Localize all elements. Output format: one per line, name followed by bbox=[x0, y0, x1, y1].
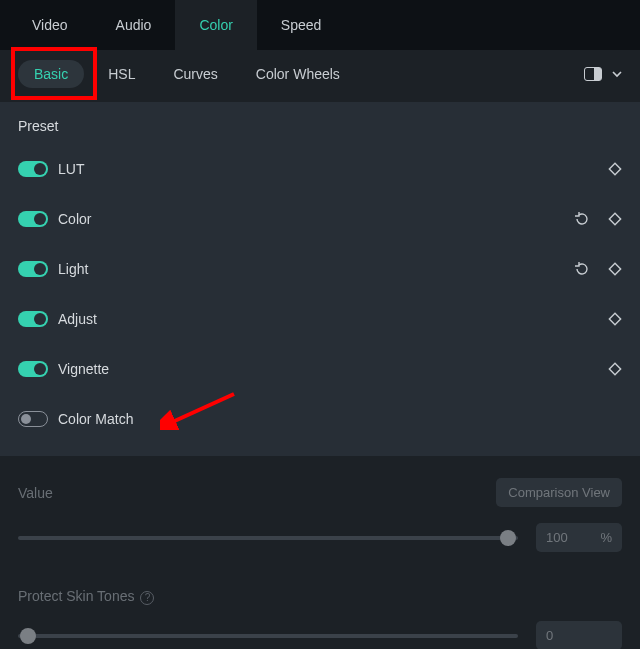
row-color: Color bbox=[18, 204, 622, 234]
toggle-adjust[interactable] bbox=[18, 311, 48, 327]
keyframe-icon[interactable] bbox=[608, 212, 622, 226]
sub-tab-bar: Basic HSL Curves Color Wheels bbox=[0, 50, 640, 98]
reset-icon[interactable] bbox=[574, 211, 590, 227]
row-light: Light bbox=[18, 254, 622, 284]
svg-rect-0 bbox=[609, 163, 620, 174]
lower-section: Value Comparison View 100 % Protect Skin… bbox=[0, 456, 640, 649]
toggle-light[interactable] bbox=[18, 261, 48, 277]
toggle-color[interactable] bbox=[18, 211, 48, 227]
comparison-view-button[interactable]: Comparison View bbox=[496, 478, 622, 507]
value-slider[interactable] bbox=[18, 536, 518, 540]
row-lut: LUT bbox=[18, 154, 622, 184]
tab-speed[interactable]: Speed bbox=[257, 0, 345, 50]
value-label: Value bbox=[18, 485, 53, 501]
slider-thumb[interactable] bbox=[20, 628, 36, 644]
toggle-color-match[interactable] bbox=[18, 411, 48, 427]
sub-tab-color-wheels[interactable]: Color Wheels bbox=[256, 66, 340, 82]
main-tab-bar: Video Audio Color Speed bbox=[0, 0, 640, 50]
svg-rect-2 bbox=[609, 263, 620, 274]
row-color-match: Color Match bbox=[18, 404, 622, 434]
toggle-lut[interactable] bbox=[18, 161, 48, 177]
protect-number: 0 bbox=[546, 628, 553, 643]
tab-color[interactable]: Color bbox=[175, 0, 256, 50]
basic-panel: Preset LUT Color Light bbox=[0, 102, 640, 456]
label-color-row: Color bbox=[58, 211, 91, 227]
protect-number-box[interactable]: 0 bbox=[536, 621, 622, 649]
value-number-box[interactable]: 100 % bbox=[536, 523, 622, 552]
label-vignette: Vignette bbox=[58, 361, 109, 377]
compare-view-icon[interactable] bbox=[584, 67, 602, 81]
keyframe-icon[interactable] bbox=[608, 262, 622, 276]
row-vignette: Vignette bbox=[18, 354, 622, 384]
sub-tab-basic[interactable]: Basic bbox=[18, 60, 84, 88]
protect-skin-label: Protect Skin Tones? bbox=[18, 588, 154, 605]
svg-rect-3 bbox=[609, 313, 620, 324]
svg-rect-4 bbox=[609, 363, 620, 374]
keyframe-icon[interactable] bbox=[608, 162, 622, 176]
value-unit: % bbox=[600, 530, 612, 545]
preset-label: Preset bbox=[18, 118, 622, 134]
help-icon[interactable]: ? bbox=[140, 591, 154, 605]
row-adjust: Adjust bbox=[18, 304, 622, 334]
protect-slider[interactable] bbox=[18, 634, 518, 638]
value-number: 100 bbox=[546, 530, 568, 545]
sub-tab-curves[interactable]: Curves bbox=[173, 66, 217, 82]
keyframe-icon[interactable] bbox=[608, 362, 622, 376]
chevron-down-icon[interactable] bbox=[612, 69, 622, 79]
label-lut: LUT bbox=[58, 161, 84, 177]
slider-thumb[interactable] bbox=[500, 530, 516, 546]
keyframe-icon[interactable] bbox=[608, 312, 622, 326]
reset-icon[interactable] bbox=[574, 261, 590, 277]
svg-rect-1 bbox=[609, 213, 620, 224]
tab-audio[interactable]: Audio bbox=[92, 0, 176, 50]
label-light: Light bbox=[58, 261, 88, 277]
toggle-vignette[interactable] bbox=[18, 361, 48, 377]
label-color-match: Color Match bbox=[58, 411, 133, 427]
label-adjust: Adjust bbox=[58, 311, 97, 327]
tab-video[interactable]: Video bbox=[8, 0, 92, 50]
sub-tab-hsl[interactable]: HSL bbox=[108, 66, 135, 82]
